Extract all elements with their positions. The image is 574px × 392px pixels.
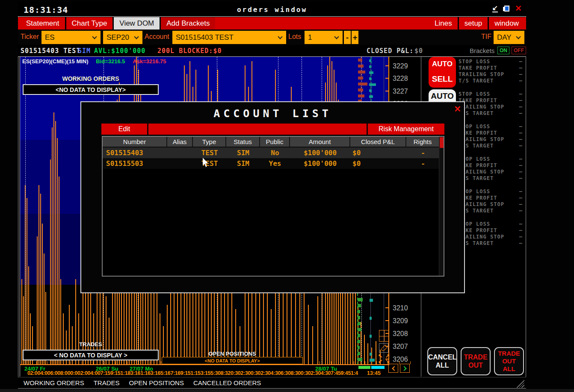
trade-out-button[interactable]: TRADEOUT (461, 347, 491, 375)
time-tick (365, 361, 365, 364)
column-header-type[interactable]: Type (193, 137, 226, 147)
grid-view-icon[interactable] (379, 330, 389, 342)
price-spike (317, 296, 318, 365)
edit-tab[interactable]: Edit (101, 124, 148, 135)
table-cell: S01515403 (103, 147, 167, 158)
menu-item-view-dom[interactable]: View DOM (114, 17, 160, 29)
button-line: TRADE (464, 353, 487, 361)
dom-green-cell (358, 310, 360, 313)
bottom-tab-cancelled-orders[interactable]: CANCELLED ORDERS (193, 379, 261, 386)
brackets-off-button[interactable]: OFF (512, 47, 526, 54)
lots-decrement-button[interactable]: - (344, 31, 351, 44)
bracket-value: – (519, 195, 523, 201)
risk-management-tab[interactable]: Risk Management (367, 124, 444, 135)
button-line: ALL (503, 365, 515, 373)
dom-sell-cell (358, 94, 364, 97)
menu-item-statement[interactable]: Statement (21, 17, 65, 29)
auto-sell-button[interactable]: AUTO SELL (429, 57, 456, 88)
table-cell: No (260, 147, 290, 158)
status-mode: SIM (78, 47, 91, 55)
scrollbar-thumb[interactable] (440, 137, 444, 148)
bracket-row: T/S TARGET– (459, 110, 523, 117)
contract-select[interactable]: SEP20 (103, 31, 142, 44)
time-tick (342, 361, 343, 364)
lots-select[interactable]: 1 (305, 31, 343, 44)
price-tick (385, 307, 389, 308)
bracket-row: TRAILING STOP– (459, 234, 523, 240)
menu-item-add-brackets[interactable]: Add Brackets (161, 17, 215, 29)
menu-item-window[interactable]: window (489, 17, 524, 29)
tif-select[interactable]: DAY (494, 31, 524, 44)
price-spike (44, 253, 44, 365)
menu-item-chart-type[interactable]: Chart Type (66, 17, 113, 29)
button-line: OUT (502, 357, 516, 365)
column-header-closed-p-l[interactable]: Closed P&L (350, 137, 406, 147)
minimize-icon[interactable]: ↙ (492, 5, 498, 12)
dom-buy-cell (369, 59, 371, 62)
scrollbar[interactable] (439, 137, 444, 276)
menu-item-setup[interactable]: setup (459, 17, 488, 29)
trade-out-all-button[interactable]: TRADEOUTALL (494, 347, 524, 375)
expand-icon[interactable]: ↖ ↗↙ ↘ (378, 354, 390, 365)
time-tick (59, 361, 59, 364)
bracket-label: STOP LOSS (459, 91, 490, 97)
price-spike (55, 121, 56, 365)
dom-teal-cell (370, 353, 372, 356)
table-cell: - (406, 158, 440, 169)
bottom-tab-trades[interactable]: TRADES (94, 379, 120, 386)
scroll-right-button[interactable] (400, 364, 410, 373)
column-header-rights[interactable]: Rights (406, 137, 440, 147)
bottom-tab-open-positions[interactable]: OPEN POSITIONS (129, 379, 184, 386)
dom-buy-cell (369, 89, 372, 92)
table-row[interactable]: S01515403TESTSIMNo$100'000$0- (103, 147, 444, 158)
column-header-public[interactable]: Public (260, 137, 290, 147)
bracket-label: T/S TARGET (459, 78, 494, 84)
table-row[interactable]: S01515503TESTSIMYes$100'000$0- (103, 158, 444, 169)
chart-left-border (20, 57, 20, 377)
time-tick (308, 361, 309, 364)
time-tick (70, 361, 71, 364)
bracket-value: – (519, 208, 523, 214)
account-select[interactable]: S01515403 TEST (172, 31, 286, 44)
menu-item-lines[interactable]: Lines (429, 17, 458, 29)
bracket-label: STOP LOSS (459, 59, 490, 65)
price-spike (38, 185, 39, 365)
price-tick (385, 320, 389, 321)
cancel-all-button[interactable]: CANCELALL (427, 347, 457, 375)
bracket-row: STOP LOSS– (459, 124, 523, 130)
close-icon[interactable]: ✕ (515, 5, 522, 12)
price-spike (27, 198, 27, 365)
column-header-alias[interactable]: Alias (167, 137, 193, 147)
dom-sell-cell (358, 71, 365, 74)
draw-tool-button[interactable] (379, 343, 388, 353)
bracket-value: – (519, 97, 523, 104)
table-cell: TEST (193, 147, 226, 158)
bottom-tab-working-orders[interactable]: WORKING ORDERS (24, 379, 84, 386)
bracket-row: TAKE PROFIT– (459, 130, 523, 136)
dialog-close-icon[interactable]: ✕ (454, 104, 461, 114)
time-tick (161, 361, 161, 364)
table-cell: S01515503 (103, 158, 167, 169)
bracket-row: TRAILING STOP– (459, 201, 523, 208)
column-header-number[interactable]: Number (103, 137, 167, 147)
bracket-group-2: STOP LOSS–TAKE PROFIT–TRAILING STOP–T/S … (459, 91, 523, 117)
bracket-row: STOP LOSS– (459, 156, 523, 162)
time-tick (399, 361, 399, 364)
bracket-row: TRAILING STOP– (459, 169, 523, 175)
brackets-on-button[interactable]: ON (497, 47, 509, 54)
column-header-amount[interactable]: Amount (290, 137, 350, 147)
price-spike (40, 194, 41, 365)
scroll-left-button[interactable] (388, 364, 398, 373)
price-label: 3229 (393, 62, 408, 70)
lots-increment-button[interactable]: + (352, 31, 358, 44)
trades-empty: < NO DATA TO DISPLAY > (23, 350, 159, 360)
ticker-label: Ticker (21, 33, 39, 41)
time-tick (82, 361, 82, 364)
restore-icon[interactable] (503, 5, 510, 12)
column-header-status[interactable]: Status (226, 137, 260, 147)
bracket-row: STOP LOSS– (459, 91, 523, 97)
dom-sell-cell (358, 83, 367, 85)
ticker-select[interactable]: ES (41, 31, 101, 44)
trades-label: TRADES (23, 341, 159, 348)
dom-teal-cell (370, 299, 373, 302)
